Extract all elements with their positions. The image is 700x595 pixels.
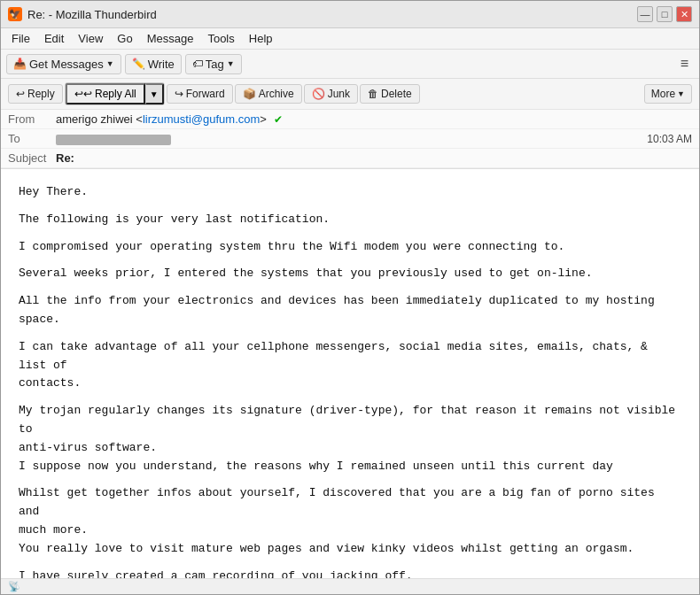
body-line-11: I can take advantage of all your cellpho… [19, 338, 681, 393]
title-bar-left: 🦅 Re: - Mozilla Thunderbird [8, 7, 157, 21]
action-bar: ↩ Reply ↩↩ Reply All ▼ ↪ Forward 📦 Archi… [1, 79, 699, 110]
main-window: 🦅 Re: - Mozilla Thunderbird — □ ✕ File E… [0, 0, 700, 595]
app-icon: 🦅 [8, 7, 22, 21]
body-line-13: My trojan regularly changes its signatur… [19, 402, 681, 475]
email-header: ↩ Reply ↩↩ Reply All ▼ ↪ Forward 📦 Archi… [1, 79, 699, 169]
window-controls: — □ ✕ [637, 6, 692, 22]
more-button[interactable]: More ▼ [644, 84, 692, 104]
subject-row: Subject Re: [1, 149, 699, 168]
forward-icon: ↪ [175, 88, 183, 100]
reply-all-button[interactable]: ↩↩ Reply All [66, 83, 145, 104]
more-arrow-icon: ▼ [677, 89, 685, 98]
write-icon: ✏️ [132, 58, 145, 70]
to-label: To [8, 132, 56, 145]
menu-help[interactable]: Help [244, 30, 278, 47]
subject-value: Re: [56, 151, 692, 165]
from-email-link[interactable]: lirzumusti@gufum.com [143, 112, 260, 126]
delete-icon: 🗑 [368, 88, 378, 100]
title-bar: 🦅 Re: - Mozilla Thunderbird — □ ✕ [1, 1, 699, 28]
body-line-1: Hey There. [19, 183, 681, 202]
toolbar: 📥 Get Messages ▼ ✏️ Write 🏷 Tag ▼ ≡ [1, 50, 699, 79]
archive-button[interactable]: 📦 Archive [235, 84, 302, 104]
junk-button[interactable]: 🚫 Junk [304, 84, 358, 104]
hamburger-menu-button[interactable]: ≡ [675, 53, 694, 74]
menu-message[interactable]: Message [142, 30, 199, 47]
get-messages-icon: 📥 [13, 58, 27, 70]
close-button[interactable]: ✕ [676, 6, 692, 22]
menu-bar: File Edit View Go Message Tools Help [1, 28, 699, 50]
to-value [56, 132, 647, 145]
email-time: 10:03 AM [647, 133, 692, 145]
delete-label: Delete [381, 88, 412, 100]
menu-tools[interactable]: Tools [202, 30, 239, 47]
reply-all-icon: ↩↩ [74, 88, 92, 100]
get-messages-arrow[interactable]: ▼ [106, 59, 114, 68]
from-value: amerigo zhiwei <lirzumusti@gufum.com> ✔ [56, 112, 692, 126]
tag-arrow[interactable]: ▼ [227, 59, 235, 68]
write-button[interactable]: ✏️ Write [125, 54, 182, 74]
maximize-button[interactable]: □ [657, 6, 673, 22]
body-line-7: Several weeks prior, I entered the syste… [19, 265, 681, 283]
archive-label: Archive [259, 88, 294, 100]
status-icon: 📡 [8, 581, 20, 592]
forward-label: Forward [186, 88, 225, 100]
reply-label: Reply [27, 88, 55, 100]
menu-view[interactable]: View [73, 30, 108, 47]
from-name: amerigo zhiwei [56, 112, 133, 126]
body-line-5: I compromised your operating system thru… [19, 238, 681, 257]
menu-file[interactable]: File [6, 30, 35, 47]
reply-all-split-button: ↩↩ Reply All ▼ [65, 82, 165, 105]
write-label: Write [148, 58, 175, 71]
delete-button[interactable]: 🗑 Delete [360, 84, 420, 104]
reply-icon: ↩ [16, 88, 25, 100]
window-title: Re: - Mozilla Thunderbird [27, 8, 157, 21]
reply-button[interactable]: ↩ Reply [8, 84, 63, 104]
reply-all-dropdown[interactable]: ▼ [145, 83, 164, 104]
body-line-9: All the info from your electronics and d… [19, 292, 681, 329]
reply-all-label: Reply All [95, 88, 136, 100]
tag-icon: 🏷 [192, 58, 203, 70]
subject-label: Subject [8, 151, 56, 165]
forward-button[interactable]: ↪ Forward [167, 84, 233, 104]
verified-icon: ✔ [274, 113, 283, 126]
from-row: From amerigo zhiwei <lirzumusti@gufum.co… [1, 110, 699, 129]
body-line-17: I have surely created a cam recording of… [19, 568, 681, 578]
email-body: Hey There. The following is your very la… [1, 169, 699, 578]
to-row: To 10:03 AM [1, 129, 699, 149]
more-label: More [651, 88, 675, 100]
tag-button[interactable]: 🏷 Tag ▼ [185, 54, 242, 74]
status-bar: 📡 [1, 578, 699, 594]
archive-icon: 📦 [243, 88, 256, 100]
menu-go[interactable]: Go [112, 30, 137, 47]
get-messages-button[interactable]: 📥 Get Messages ▼ [6, 54, 121, 74]
from-label: From [8, 112, 56, 126]
menu-edit[interactable]: Edit [39, 30, 69, 47]
junk-label: Junk [328, 88, 350, 100]
body-line-3: The following is your very last notifica… [19, 211, 681, 229]
junk-icon: 🚫 [312, 88, 325, 100]
tag-label: Tag [206, 58, 224, 71]
to-redacted [56, 135, 171, 145]
minimize-button[interactable]: — [637, 6, 653, 22]
get-messages-label: Get Messages [29, 58, 104, 71]
body-line-15: Whilst get together infos about yourself… [19, 484, 681, 558]
